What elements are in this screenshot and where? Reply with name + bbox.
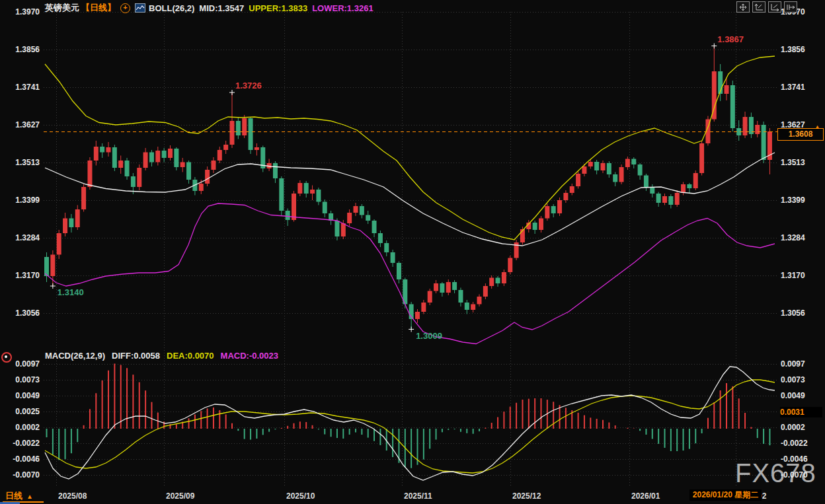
macd-diff-value: DIFF:0.0058 — [112, 351, 160, 361]
month-label: 2025/11 — [404, 491, 432, 501]
month-label: 2025/08 — [58, 491, 87, 501]
boll-lower-value: LOWER:1.3261 — [312, 3, 373, 13]
price-tick-left: 1.3970 — [1, 7, 40, 17]
price-tick-right: 1.3399 — [781, 196, 805, 205]
expand-view-icon[interactable] — [784, 1, 797, 13]
month-label: 2025/10 — [286, 491, 315, 501]
macd-value: MACD:-0.0023 — [221, 351, 278, 361]
macd-tick-right: 0.0097 — [781, 359, 805, 369]
price-tick-left: 1.3170 — [1, 271, 40, 280]
current-price-tag: 1.3608 — [777, 128, 824, 141]
macd-tick-left: -0.0046 — [1, 454, 40, 464]
crosshair-date-tag: 2026/01/20 星期二 — [689, 489, 762, 501]
macd-tick-left: 0.0073 — [1, 375, 40, 384]
pan-icon[interactable] — [736, 1, 750, 13]
x-axis-scale-icon[interactable] — [768, 1, 781, 13]
trading-chart-window: 1.37261.31401.38671.3009 英镑美元 【日线】 + BOL… — [0, 0, 825, 504]
price-tick-left: 1.3856 — [1, 45, 40, 54]
month-label: 2026/01 — [631, 491, 660, 501]
svg-text:1.3726: 1.3726 — [235, 81, 262, 90]
macd-tick-right: 0.0002 — [781, 423, 805, 432]
month-label: 2025/12 — [512, 491, 541, 501]
macd-tick-right: 0.0049 — [781, 391, 805, 400]
period-label: 【日线】 — [81, 2, 116, 14]
macd-dea-value: DEA:0.0070 — [167, 351, 214, 361]
macd-tick-left: -0.0022 — [1, 439, 40, 448]
price-tick-right: 1.3513 — [781, 158, 805, 167]
chart-canvas[interactable]: 1.37261.31401.38671.3009 — [0, 0, 825, 504]
svg-text:1.3867: 1.3867 — [717, 34, 744, 44]
price-tick-left: 1.3056 — [1, 308, 40, 318]
macd-indicator-label: MACD(26,12,9) — [45, 351, 105, 361]
chart-header: 英镑美元 【日线】 + BOLL(26,2) MID:1.3547 UPPER:… — [45, 2, 373, 14]
current-macd-tag: 0.0031 — [780, 407, 822, 417]
tab-daily[interactable]: 日线▲ — [5, 490, 33, 502]
macd-tick-left: 0.0025 — [1, 407, 40, 416]
price-tick-left: 1.3513 — [1, 158, 40, 167]
symbol-name: 英镑美元 — [45, 2, 79, 14]
svg-text:1.3009: 1.3009 — [416, 331, 442, 341]
boll-upper-value: UPPER:1.3833 — [249, 3, 307, 13]
macd-tick-right: -0.0046 — [781, 454, 808, 464]
add-indicator-icon[interactable]: + — [120, 3, 130, 13]
month-label: 2025/09 — [166, 491, 194, 501]
price-tick-right: 1.3170 — [781, 271, 805, 280]
y-axis-scale-icon[interactable] — [752, 1, 766, 13]
macd-tick-left: -0.0070 — [1, 470, 40, 480]
price-tick-left: 1.3399 — [1, 196, 40, 205]
boll-indicator-label: BOLL(26,2) — [149, 3, 194, 13]
price-tick-right: 1.3284 — [781, 233, 805, 242]
price-tick-left: 1.3627 — [1, 120, 40, 129]
macd-tick-right: 0.0073 — [781, 375, 805, 384]
chart-toolbar — [736, 1, 797, 13]
indicator-chart-icon — [135, 3, 145, 13]
macd-tick-left: 0.0002 — [1, 423, 40, 432]
price-tick-right: 1.3856 — [781, 45, 805, 54]
price-tick-right: 1.3056 — [781, 308, 805, 318]
price-tick-left: 1.3284 — [1, 233, 40, 242]
crosshair-target-icon[interactable] — [1, 352, 12, 363]
tab-arrow-icon: ▲ — [26, 493, 33, 500]
macd-tick-right: -0.0070 — [781, 470, 808, 480]
svg-text:1.3140: 1.3140 — [58, 287, 84, 297]
boll-mid-value: MID:1.3547 — [199, 3, 244, 13]
macd-header: MACD(26,12,9) DIFF:0.0058 DEA:0.0070 MAC… — [45, 351, 278, 361]
price-tick-right: 1.3741 — [781, 83, 805, 92]
macd-tick-left: 0.0049 — [1, 391, 40, 400]
macd-tick-right: -0.0022 — [781, 439, 808, 448]
price-tick-left: 1.3741 — [1, 83, 40, 92]
